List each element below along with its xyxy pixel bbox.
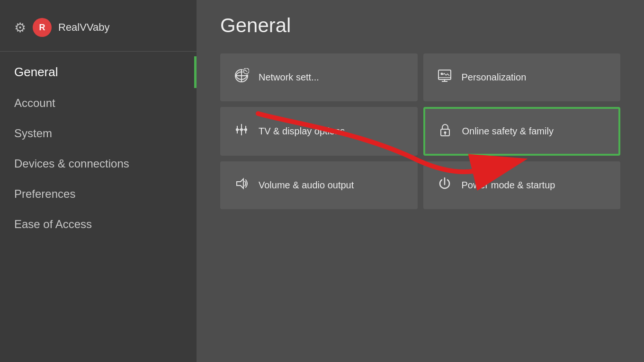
- sidebar-item-preferences[interactable]: Preferences: [0, 179, 197, 209]
- sidebar-item-ease[interactable]: Ease of Access: [0, 209, 197, 239]
- gear-icon: ⚙: [14, 20, 26, 35]
- tv-display-icon: [233, 122, 250, 141]
- main-content: General Network sett...: [197, 0, 644, 362]
- tv-display-tile[interactable]: TV & display options: [220, 107, 418, 156]
- online-safety-label: Online safety & family: [462, 126, 554, 137]
- power-tile[interactable]: Power mode & startup: [423, 161, 621, 209]
- personalization-icon: [436, 68, 453, 87]
- personalization-label: Personalization: [462, 72, 527, 83]
- svg-marker-20: [237, 179, 243, 188]
- online-safety-tile[interactable]: Online safety & family: [423, 107, 621, 156]
- sidebar-item-general[interactable]: General: [0, 56, 197, 88]
- network-label: Network sett...: [259, 72, 319, 83]
- tv-display-label: TV & display options: [259, 126, 345, 137]
- power-label: Power mode & startup: [462, 180, 555, 191]
- lock-icon: [437, 122, 454, 141]
- svg-rect-5: [438, 70, 451, 79]
- username: RealVVaby: [58, 21, 109, 34]
- page-title: General: [220, 14, 620, 37]
- nav-divider: [0, 51, 197, 52]
- user-header: ⚙ R RealVVaby: [0, 9, 197, 51]
- svg-point-18: [444, 132, 446, 134]
- sidebar-item-account[interactable]: Account: [0, 88, 197, 118]
- settings-grid: Network sett... Personalization: [220, 53, 620, 209]
- volume-icon: [233, 176, 250, 194]
- volume-label: Volume & audio output: [259, 180, 354, 191]
- sidebar-item-devices[interactable]: Devices & connections: [0, 149, 197, 179]
- network-settings-tile[interactable]: Network sett...: [220, 53, 418, 101]
- avatar: R: [33, 18, 52, 37]
- svg-point-8: [440, 73, 443, 75]
- personalization-tile[interactable]: Personalization: [423, 53, 621, 101]
- power-icon: [436, 176, 453, 194]
- volume-tile[interactable]: Volume & audio output: [220, 161, 418, 209]
- network-icon: [233, 68, 250, 87]
- sidebar-item-system[interactable]: System: [0, 118, 197, 149]
- sidebar: ⚙ R RealVVaby General Account System Dev…: [0, 0, 197, 362]
